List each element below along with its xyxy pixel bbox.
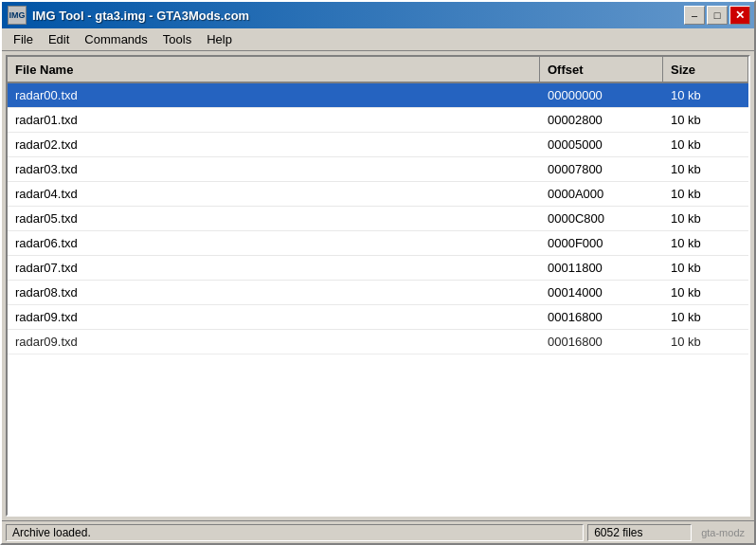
header-offset: Offset <box>540 57 663 82</box>
table-row[interactable]: radar07.txd0001180010 kb <box>8 256 748 281</box>
window-title: IMG Tool - gta3.img - GTA3Mods.com <box>32 9 249 23</box>
table-row[interactable]: radar08.txd0001400010 kb <box>8 281 748 305</box>
cell-filename-partial: radar09.txd <box>8 332 540 352</box>
cell-size: 10 kb <box>663 307 748 327</box>
menu-help[interactable]: Help <box>199 30 240 48</box>
file-list[interactable]: radar00.txd0000000010 kbradar01.txd00002… <box>8 83 748 515</box>
cell-size-partial: 10 kb <box>663 332 748 352</box>
menu-file[interactable]: File <box>6 30 41 48</box>
title-bar: IMG IMG Tool - gta3.img - GTA3Mods.com –… <box>2 2 754 28</box>
header-size: Size <box>663 57 748 82</box>
title-buttons: – □ ✕ <box>684 6 750 25</box>
cell-offset: 00002800 <box>540 110 663 130</box>
cell-size: 10 kb <box>663 233 748 253</box>
cell-size: 10 kb <box>663 209 748 228</box>
cell-size: 10 kb <box>663 110 748 130</box>
cell-offset: 0000F000 <box>540 233 663 253</box>
table-row[interactable]: radar00.txd0000000010 kb <box>8 83 748 108</box>
cell-filename: radar05.txd <box>8 209 540 228</box>
table-row[interactable]: radar03.txd0000780010 kb <box>8 157 748 182</box>
cell-offset: 00000000 <box>540 85 663 105</box>
menu-commands[interactable]: Commands <box>77 30 154 48</box>
cell-offset: 00005000 <box>540 135 663 154</box>
table-row[interactable]: radar02.txd0000500010 kb <box>8 133 748 157</box>
table-row[interactable]: radar06.txd0000F00010 kb <box>8 231 748 256</box>
file-list-container: File Name Offset Size radar00.txd0000000… <box>6 55 750 517</box>
cell-filename: radar00.txd <box>8 85 540 105</box>
table-row-partial[interactable]: radar09.txd0001680010 kb <box>8 330 748 354</box>
cell-offset: 00011800 <box>540 258 663 278</box>
main-window: IMG IMG Tool - gta3.img - GTA3Mods.com –… <box>0 0 756 545</box>
status-bar: Archive loaded. 6052 files gta-modz <box>2 520 754 543</box>
cell-filename: radar04.txd <box>8 184 540 204</box>
cell-offset: 0000A000 <box>540 184 663 204</box>
title-bar-left: IMG IMG Tool - gta3.img - GTA3Mods.com <box>8 6 249 25</box>
cell-offset: 00014000 <box>540 282 663 302</box>
table-row[interactable]: radar01.txd0000280010 kb <box>8 108 748 133</box>
status-archive: Archive loaded. <box>6 524 584 541</box>
list-header: File Name Offset Size <box>8 57 748 83</box>
close-button[interactable]: ✕ <box>729 6 750 25</box>
cell-filename: radar03.txd <box>8 159 540 179</box>
cell-filename: radar02.txd <box>8 135 540 154</box>
table-row[interactable]: radar05.txd0000C80010 kb <box>8 207 748 231</box>
cell-filename: radar06.txd <box>8 233 540 253</box>
app-icon: IMG <box>8 6 27 25</box>
cell-size: 10 kb <box>663 282 748 302</box>
watermark: gta-modz <box>695 524 750 541</box>
cell-filename: radar09.txd <box>8 307 540 327</box>
cell-filename: radar01.txd <box>8 110 540 130</box>
cell-size: 10 kb <box>663 184 748 204</box>
cell-offset-partial: 00016800 <box>540 332 663 352</box>
cell-offset: 00007800 <box>540 159 663 179</box>
minimize-button[interactable]: – <box>684 6 705 25</box>
cell-offset: 00016800 <box>540 307 663 327</box>
cell-size: 10 kb <box>663 159 748 179</box>
cell-size: 10 kb <box>663 85 748 105</box>
cell-size: 10 kb <box>663 135 748 154</box>
cell-offset: 0000C800 <box>540 209 663 228</box>
menu-bar: File Edit Commands Tools Help <box>2 28 754 51</box>
menu-edit[interactable]: Edit <box>41 30 77 48</box>
table-row[interactable]: radar09.txd0001680010 kb <box>8 305 748 330</box>
cell-filename: radar07.txd <box>8 258 540 278</box>
header-filename: File Name <box>8 57 540 82</box>
maximize-button[interactable]: □ <box>707 6 728 25</box>
cell-filename: radar08.txd <box>8 282 540 302</box>
status-files: 6052 files <box>587 524 692 541</box>
table-row[interactable]: radar04.txd0000A00010 kb <box>8 182 748 207</box>
menu-tools[interactable]: Tools <box>155 30 199 48</box>
cell-size: 10 kb <box>663 258 748 278</box>
